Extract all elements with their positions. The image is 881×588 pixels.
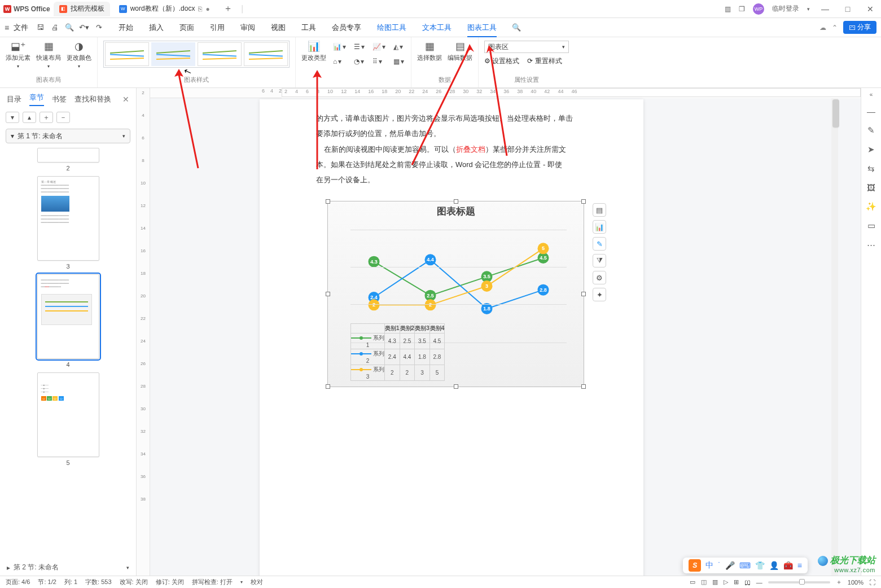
handle-tl[interactable] bbox=[326, 199, 330, 204]
status-words[interactable]: 字数: 553 bbox=[85, 578, 111, 586]
thumb-2-wrap[interactable]: 2 bbox=[0, 148, 136, 172]
handle-ml[interactable] bbox=[326, 292, 330, 296]
view-read-icon[interactable]: 🕮 bbox=[744, 579, 751, 586]
status-col[interactable]: 列: 1 bbox=[64, 578, 77, 586]
section-select[interactable]: ▾第 1 节: 未命名 ▾ bbox=[6, 129, 130, 143]
menu-start[interactable]: 开始 bbox=[119, 23, 133, 33]
thumb-3-wrap[interactable]: 第一章 概述══════════════════════════════════… bbox=[0, 176, 136, 270]
combo-bar[interactable]: 📊▾ bbox=[333, 43, 346, 51]
handle-mr[interactable] bbox=[581, 292, 586, 296]
undo-icon[interactable]: ↶▾ bbox=[78, 21, 90, 34]
menu-view[interactable]: 视图 bbox=[271, 23, 286, 33]
chart-style-2[interactable] bbox=[151, 42, 195, 66]
strip-more-icon[interactable]: ⋯ bbox=[867, 240, 875, 250]
nav-tab-toc[interactable]: 目录 bbox=[7, 94, 21, 104]
combo-scatter[interactable]: ⠿▾ bbox=[372, 58, 385, 65]
chart-object[interactable]: 图表标题 4.32.53.54.52.44.41.82.82235 类别1类别2… bbox=[327, 201, 584, 387]
zoom-value[interactable]: 100% bbox=[848, 579, 864, 586]
fullscreen-icon[interactable]: ⛶ bbox=[869, 579, 875, 586]
tab-document[interactable]: W word教程（新）.docx ⎘ ● bbox=[113, 2, 216, 16]
menu-draw[interactable]: 绘图工具 bbox=[377, 23, 406, 33]
ime-settings-icon[interactable]: ≡ bbox=[797, 561, 802, 570]
chart-filter-chip[interactable]: ⧩ bbox=[593, 254, 606, 267]
handle-bl[interactable] bbox=[326, 384, 330, 389]
ime-keyboard-icon[interactable]: ⌨ bbox=[739, 561, 751, 570]
nav-down-button[interactable]: ▾ bbox=[6, 112, 19, 123]
chart-style-3[interactable] bbox=[198, 42, 242, 66]
zoom-out-button[interactable]: — bbox=[756, 579, 762, 586]
nav-tab-chapter[interactable]: 章节 bbox=[29, 93, 44, 106]
handle-br[interactable] bbox=[581, 384, 586, 389]
nav-tab-bookmark[interactable]: 书签 bbox=[52, 94, 67, 104]
login-caret-icon[interactable]: ▾ bbox=[807, 6, 810, 12]
menu-chart[interactable]: 图表工具 bbox=[467, 23, 497, 37]
ime-punct-icon[interactable]: ˙ bbox=[718, 561, 721, 570]
chart-settings-chip[interactable]: ⚙ bbox=[593, 271, 606, 284]
combo-house[interactable]: ⌂▾ bbox=[333, 58, 346, 65]
chart-type-chip[interactable]: 📊 bbox=[593, 220, 606, 234]
chart-area-select[interactable]: 图表区 ▾ bbox=[484, 41, 569, 53]
file-menu[interactable]: 文件 bbox=[14, 23, 28, 33]
view-web-icon[interactable]: ▥ bbox=[712, 578, 718, 586]
nav-close-button[interactable]: ✕ bbox=[122, 95, 129, 104]
sync-caret-icon[interactable]: ⌃ bbox=[832, 24, 838, 32]
tab-templates[interactable]: ◧ 找稻壳模板 bbox=[54, 2, 110, 16]
status-track[interactable]: 改写: 关闭 bbox=[120, 578, 148, 586]
status-spell[interactable]: 拼写检查: 打开 bbox=[192, 578, 233, 586]
zoom-knob[interactable] bbox=[799, 579, 805, 585]
nav-add-button[interactable]: ＋ bbox=[40, 112, 53, 123]
quick-layout-button[interactable]: ▦ 快速布局▾ bbox=[36, 41, 61, 69]
minimize-button[interactable]: — bbox=[818, 5, 832, 14]
reset-style-button[interactable]: ⟳ 重置样式 bbox=[527, 56, 562, 66]
add-element-button[interactable]: ⬓⁺ 添加元素▾ bbox=[6, 41, 30, 69]
strip-note-icon[interactable]: ▭ bbox=[867, 221, 875, 231]
ime-mic-icon[interactable]: 🎤 bbox=[725, 561, 735, 570]
avatar[interactable]: WP bbox=[753, 3, 764, 15]
search-icon[interactable]: 🔍 bbox=[510, 21, 523, 34]
chart-magic-chip[interactable]: ✦ bbox=[593, 288, 606, 301]
cloud-icon[interactable]: ☁ bbox=[819, 24, 826, 32]
strip-minus[interactable]: — bbox=[867, 107, 875, 116]
view-play-icon[interactable]: ▷ bbox=[724, 578, 728, 586]
vertical-scrollbar[interactable] bbox=[831, 98, 838, 576]
zoom-in-button[interactable]: ＋ bbox=[836, 578, 842, 586]
chart-style-chip[interactable]: ▤ bbox=[593, 203, 606, 217]
save-icon[interactable]: 🖫 bbox=[34, 21, 46, 34]
combo-line[interactable]: 📈▾ bbox=[372, 43, 385, 51]
change-color-button[interactable]: ◑ 更改颜色▾ bbox=[67, 41, 91, 69]
combo-area[interactable]: ◭▾ bbox=[393, 43, 404, 51]
strip-tools-icon[interactable]: ✨ bbox=[866, 201, 876, 212]
share-button[interactable]: ⮹ 分享 bbox=[843, 21, 876, 34]
strip-collapse-icon[interactable]: « bbox=[870, 91, 873, 98]
ime-person-icon[interactable]: 👤 bbox=[769, 561, 779, 570]
login-label[interactable]: 临时登录 bbox=[772, 4, 799, 14]
status-rev[interactable]: 修订: 关闭 bbox=[156, 578, 184, 586]
menu-review[interactable]: 审阅 bbox=[240, 23, 255, 33]
handle-tc[interactable] bbox=[454, 199, 458, 204]
select-data-button[interactable]: ▦ 选择数据 bbox=[417, 41, 442, 62]
nav-tab-find[interactable]: 查找和替换 bbox=[74, 94, 111, 104]
close-button[interactable]: ✕ bbox=[863, 5, 878, 14]
menu-insert[interactable]: 插入 bbox=[149, 23, 164, 33]
panel-layout-icon[interactable]: ▥ bbox=[725, 5, 731, 13]
strip-img-icon[interactable]: 🖼 bbox=[867, 183, 875, 192]
ime-lang[interactable]: 中 bbox=[705, 560, 713, 571]
view-nav-icon[interactable]: ◫ bbox=[701, 578, 707, 586]
status-page[interactable]: 页面: 4/6 bbox=[6, 578, 30, 586]
view-outline-icon[interactable]: ⊞ bbox=[734, 578, 739, 586]
preview-icon[interactable]: 🔍 bbox=[63, 21, 76, 34]
redo-icon[interactable]: ↷ bbox=[93, 21, 105, 34]
hamburger-icon[interactable]: ≡ bbox=[5, 23, 9, 32]
menu-text[interactable]: 文本工具 bbox=[422, 23, 452, 33]
view-book-icon[interactable]: ▭ bbox=[690, 578, 695, 586]
section2-row[interactable]: ▸第 2 节: 未命名▾ bbox=[0, 559, 136, 576]
edit-data-button[interactable]: ▤ 编辑数据 bbox=[448, 41, 472, 62]
chart-style-1[interactable] bbox=[105, 42, 149, 66]
nav-remove-button[interactable]: － bbox=[56, 112, 70, 123]
handle-tr[interactable] bbox=[581, 199, 586, 204]
chart-style-4[interactable] bbox=[244, 42, 288, 66]
nav-up-button[interactable]: ▴ bbox=[23, 112, 36, 123]
cube-icon[interactable]: ❒ bbox=[739, 5, 745, 13]
status-proof[interactable]: 校对 bbox=[251, 578, 263, 586]
ime-toolbar[interactable]: S 中 ˙ 🎤 ⌨ 👕 👤 🧰 ≡ bbox=[683, 558, 808, 573]
